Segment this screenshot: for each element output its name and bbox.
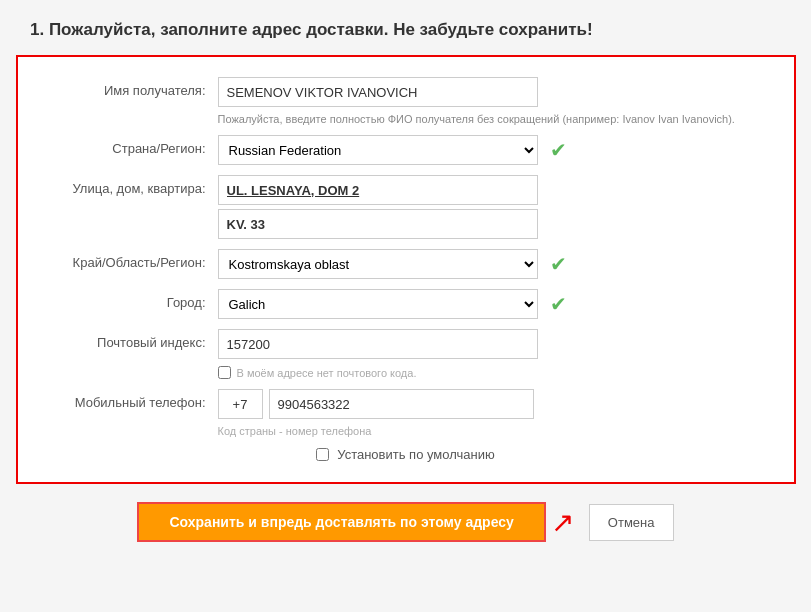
street-label: Улица, дом, квартира: [48,175,218,196]
city-field: Galich ✔ [218,289,567,319]
city-check-icon: ✔ [550,292,567,316]
city-select[interactable]: Galich [218,289,538,319]
street-input[interactable] [218,175,538,205]
recipient-field: Пожалуйста, введите полностью ФИО получа… [218,77,764,125]
phone-hint: Код страны - номер телефона [218,425,764,437]
arrow-icon: ↗ [551,506,574,539]
default-checkbox[interactable] [316,448,329,461]
region-label: Край/Область/Регион: [48,249,218,270]
country-field: Russian Federation ✔ [218,135,567,165]
region-select[interactable]: Kostromskaya oblast [218,249,538,279]
postal-input[interactable] [218,329,538,359]
city-label: Город: [48,289,218,310]
phone-row: Мобильный телефон: Код страны - номер те… [48,389,764,437]
postal-row: Почтовый индекс: В моём адресе нет почто… [48,329,764,379]
cancel-button[interactable]: Отмена [589,504,674,541]
region-check-icon: ✔ [550,252,567,276]
postal-no-code-checkbox[interactable] [218,366,231,379]
region-row: Край/Область/Регион: Kostromskaya oblast… [48,249,764,279]
save-button[interactable]: Сохранить и впредь доставлять по этому а… [137,502,545,542]
recipient-hint: Пожалуйста, введите полностью ФИО получа… [218,113,764,125]
form-container: Имя получателя: Пожалуйста, введите полн… [16,55,796,484]
street-field [218,175,764,239]
country-row: Страна/Регион: Russian Federation ✔ [48,135,764,165]
recipient-input[interactable] [218,77,538,107]
default-checkbox-row: Установить по умолчанию [48,447,764,462]
phone-prefix-input[interactable] [218,389,263,419]
country-select[interactable]: Russian Federation [218,135,538,165]
postal-label: Почтовый индекс: [48,329,218,350]
country-label: Страна/Регион: [48,135,218,156]
phone-inputs [218,389,764,419]
phone-field: Код страны - номер телефона [218,389,764,437]
country-check-icon: ✔ [550,138,567,162]
postal-no-code-label: В моём адресе нет почтового кода. [237,367,417,379]
postal-no-code-row: В моём адресе нет почтового кода. [218,366,764,379]
recipient-row: Имя получателя: Пожалуйста, введите полн… [48,77,764,125]
street-row: Улица, дом, квартира: [48,175,764,239]
page-title: 1. Пожалуйста, заполните адрес доставки.… [30,20,593,40]
bottom-bar: Сохранить и впредь доставлять по этому а… [16,502,796,542]
postal-field: В моём адресе нет почтового кода. [218,329,764,379]
apartment-input[interactable] [218,209,538,239]
recipient-label: Имя получателя: [48,77,218,98]
default-label: Установить по умолчанию [337,447,494,462]
phone-number-input[interactable] [269,389,534,419]
phone-label: Мобильный телефон: [48,389,218,410]
region-field: Kostromskaya oblast ✔ [218,249,567,279]
city-row: Город: Galich ✔ [48,289,764,319]
